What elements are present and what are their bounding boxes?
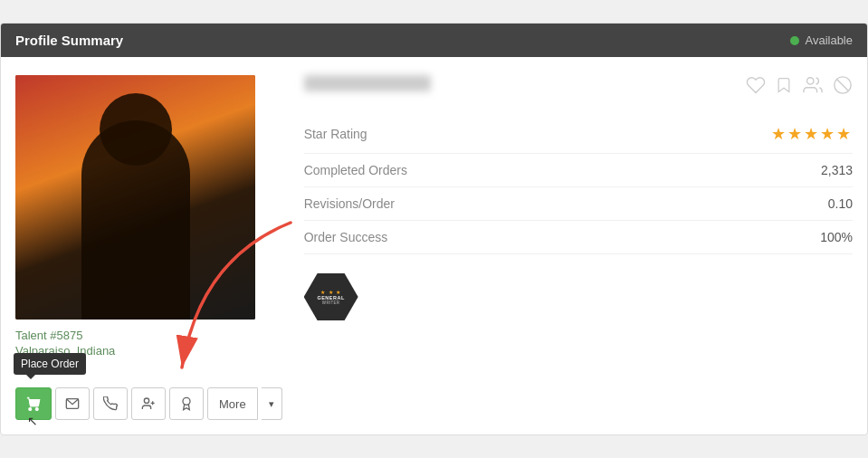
cursor-icon: ↖: [27, 414, 38, 428]
stat-label-success: Order Success: [304, 221, 611, 254]
left-column: Talent #5875 Valparaiso, Indiana Doctora…: [15, 75, 282, 420]
email-icon: [65, 396, 80, 411]
stat-label-revisions: Revisions/Order: [304, 187, 611, 221]
availability-dot: [790, 36, 799, 45]
svg-line-9: [837, 80, 849, 91]
stat-row-orders: Completed Orders 2,313: [304, 154, 853, 187]
cart-icon: [25, 396, 42, 412]
place-order-tooltip: Place Order: [14, 353, 86, 375]
svg-point-0: [29, 408, 32, 411]
stat-row-success: Order Success 100%: [304, 221, 853, 254]
block-button[interactable]: [833, 75, 853, 95]
badge-content: ★ ★ ★ GENERAL WRITER: [317, 289, 344, 306]
action-icons-group: [746, 75, 853, 95]
stat-value-orders: 2,313: [611, 154, 853, 187]
profile-name-blurred: [304, 75, 431, 91]
card-header: Profile Summary Available: [1, 24, 867, 57]
stat-value-revisions: 0.10: [611, 187, 853, 221]
svg-point-6: [183, 397, 190, 405]
badge-subtitle: WRITER: [317, 301, 344, 305]
users-icon: [802, 75, 824, 95]
place-order-button[interactable]: ↖: [15, 387, 52, 420]
stats-table: Star Rating ★★★★★ Completed Orders 2,313…: [304, 115, 853, 254]
name-row: [304, 75, 853, 106]
badge-icon: [179, 396, 194, 411]
assign-button[interactable]: [131, 387, 166, 420]
badge-stars: ★ ★ ★: [317, 289, 344, 295]
team-button[interactable]: [802, 75, 824, 95]
talent-id: Talent #5875: [15, 329, 115, 342]
stat-value-success: 100%: [611, 221, 853, 254]
star-icons: ★★★★★: [771, 125, 853, 143]
block-icon: [833, 75, 853, 95]
stat-value-stars: ★★★★★: [611, 115, 853, 154]
bookmark-button[interactable]: [775, 75, 793, 95]
card-body: Talent #5875 Valparaiso, Indiana Doctora…: [1, 57, 867, 434]
stat-row-stars: Star Rating ★★★★★: [304, 115, 853, 154]
profile-summary-title: Profile Summary: [15, 33, 123, 48]
right-column: Star Rating ★★★★★ Completed Orders 2,313…: [304, 75, 853, 420]
svg-point-1: [35, 408, 38, 411]
bookmark-icon: [775, 75, 793, 95]
profile-photo: [15, 75, 255, 320]
more-dropdown-button[interactable]: ▾: [262, 387, 282, 420]
availability-label: Available: [805, 33, 853, 47]
badge-button[interactable]: [169, 387, 204, 420]
badge-title: GENERAL: [317, 295, 344, 301]
assign-icon: [141, 396, 156, 411]
stat-label-orders: Completed Orders: [304, 154, 611, 187]
availability-status: Available: [790, 33, 853, 47]
stat-row-revisions: Revisions/Order 0.10: [304, 187, 853, 221]
dropdown-arrow-icon: ▾: [269, 398, 274, 410]
action-row: Place Order ↖: [15, 387, 282, 420]
more-label: More: [219, 397, 246, 411]
phone-icon: [103, 396, 118, 411]
svg-point-7: [807, 78, 814, 84]
stat-label-stars: Star Rating: [304, 115, 611, 154]
email-button[interactable]: [55, 387, 90, 420]
favorite-button[interactable]: [746, 75, 766, 95]
badge-area: ★ ★ ★ GENERAL WRITER: [304, 269, 853, 325]
heart-icon: [746, 75, 766, 95]
profile-card: Profile Summary Available Talent #5875 V…: [0, 23, 868, 435]
general-writer-badge: ★ ★ ★ GENERAL WRITER: [304, 273, 358, 320]
more-button[interactable]: More: [207, 387, 258, 420]
phone-button[interactable]: [93, 387, 128, 420]
svg-point-3: [144, 398, 148, 403]
